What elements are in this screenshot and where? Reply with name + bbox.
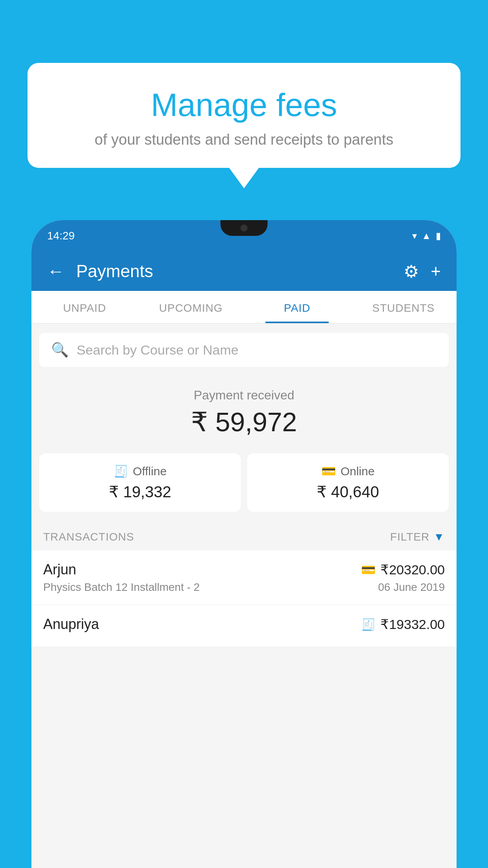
transactions-label: TRANSACTIONS xyxy=(43,531,134,543)
transaction-row[interactable]: Anupriya 🧾 ₹19332.00 xyxy=(31,605,457,647)
payment-received-label: Payment received xyxy=(31,388,457,403)
transaction-top: Anupriya 🧾 ₹19332.00 xyxy=(43,616,445,633)
search-bar[interactable]: 🔍 Search by Course or Name xyxy=(39,333,449,367)
bubble-title: Manage fees xyxy=(47,86,441,123)
content-area: 🔍 Search by Course or Name Payment recei… xyxy=(31,324,457,868)
notch xyxy=(220,220,268,236)
filter-button[interactable]: FILTER ▼ xyxy=(390,531,445,543)
transaction-row[interactable]: Arjun 💳 ₹20320.00 Physics Batch 12 Insta… xyxy=(31,550,457,605)
transaction-bottom: Physics Batch 12 Installment - 2 06 June… xyxy=(43,581,445,594)
status-time: 14:29 xyxy=(47,230,75,242)
transaction-payment-icon: 💳 xyxy=(361,563,376,577)
page-title: Payments xyxy=(76,261,392,281)
back-button[interactable]: ← xyxy=(47,261,64,281)
filter-label: FILTER xyxy=(390,531,429,543)
transaction-name: Arjun xyxy=(43,561,76,578)
transaction-right: 🧾 ₹19332.00 xyxy=(361,616,445,632)
search-input[interactable]: Search by Course or Name xyxy=(77,342,238,358)
tab-students[interactable]: STUDENTS xyxy=(350,291,457,323)
online-amount: ₹ 40,640 xyxy=(257,483,439,501)
tab-upcoming[interactable]: UPCOMING xyxy=(138,291,244,323)
transaction-course: Physics Batch 12 Installment - 2 xyxy=(43,581,200,594)
transaction-right: 💳 ₹20320.00 xyxy=(361,562,445,577)
online-icon: 💳 xyxy=(321,464,336,478)
online-card-header: 💳 Online xyxy=(257,464,439,478)
header-actions: ⚙ + xyxy=(404,261,441,281)
payment-cards: 🧾 Offline ₹ 19,332 💳 Online ₹ 40,640 xyxy=(39,453,449,512)
app-header: ← Payments ⚙ + xyxy=(31,252,457,291)
online-label: Online xyxy=(341,465,375,478)
transaction-top: Arjun 💳 ₹20320.00 xyxy=(43,561,445,578)
payment-received-section: Payment received ₹ 59,972 xyxy=(31,376,457,445)
phone-frame: 14:29 ▾ ▲ ▮ ← Payments ⚙ + UNPAID xyxy=(31,220,457,868)
online-card: 💳 Online ₹ 40,640 xyxy=(247,453,449,512)
transaction-date: 06 June 2019 xyxy=(378,581,445,594)
transaction-amount: ₹20320.00 xyxy=(380,562,445,577)
battery-icon: ▮ xyxy=(436,230,441,241)
tab-unpaid[interactable]: UNPAID xyxy=(31,291,138,323)
offline-card-header: 🧾 Offline xyxy=(49,464,231,478)
offline-amount: ₹ 19,332 xyxy=(49,483,231,501)
payment-received-amount: ₹ 59,972 xyxy=(31,406,457,438)
wifi-icon: ▾ xyxy=(412,230,417,241)
offline-icon: 🧾 xyxy=(114,464,128,478)
filter-icon: ▼ xyxy=(433,531,445,543)
status-bar: 14:29 ▾ ▲ ▮ xyxy=(31,220,457,252)
search-icon: 🔍 xyxy=(51,342,69,358)
speech-bubble: Manage fees of your students and send re… xyxy=(28,63,460,168)
transactions-header: TRANSACTIONS FILTER ▼ xyxy=(31,520,457,550)
tab-bar: UNPAID UPCOMING PAID STUDENTS xyxy=(31,291,457,324)
signal-icon: ▲ xyxy=(422,230,431,241)
bubble-subtitle: of your students and send receipts to pa… xyxy=(47,131,441,148)
offline-label: Offline xyxy=(133,465,167,478)
camera xyxy=(240,224,248,232)
transaction-amount: ₹19332.00 xyxy=(380,616,445,632)
settings-icon[interactable]: ⚙ xyxy=(404,261,419,281)
tab-paid[interactable]: PAID xyxy=(244,291,350,323)
transaction-payment-icon: 🧾 xyxy=(361,618,376,631)
add-icon[interactable]: + xyxy=(431,261,441,281)
offline-card: 🧾 Offline ₹ 19,332 xyxy=(39,453,241,512)
phone-screen: 14:29 ▾ ▲ ▮ ← Payments ⚙ + UNPAID xyxy=(31,220,457,868)
status-icons: ▾ ▲ ▮ xyxy=(412,230,441,241)
transaction-name: Anupriya xyxy=(43,616,99,633)
